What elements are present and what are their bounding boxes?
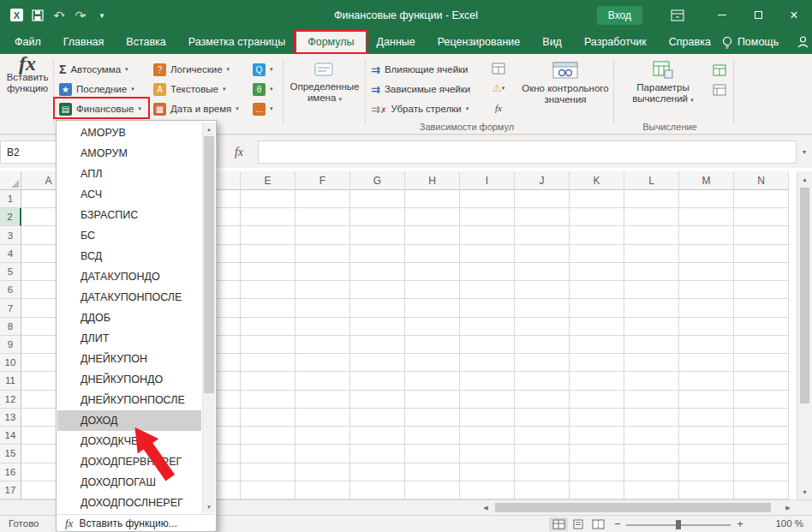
function-menu-item[interactable]: ДОХОДПОГАШ xyxy=(57,472,201,493)
row-header[interactable]: 9 xyxy=(0,336,21,354)
row-header[interactable]: 10 xyxy=(0,354,21,372)
function-menu-item[interactable]: АСЧ xyxy=(57,184,201,205)
row-header[interactable]: 2 xyxy=(0,208,21,226)
horizontal-scroll-thumb[interactable] xyxy=(495,503,771,512)
zoom-in-button[interactable]: + xyxy=(734,517,746,530)
more-functions-button[interactable]: … ▾ xyxy=(250,99,279,118)
row-header[interactable]: 16 xyxy=(0,463,21,481)
row-header[interactable]: 13 xyxy=(0,409,21,427)
formula-input[interactable] xyxy=(258,140,797,164)
function-menu-item[interactable]: ДДОБ xyxy=(57,308,201,328)
share-button[interactable]: Поделиться xyxy=(797,36,812,48)
vertical-scroll-thumb[interactable] xyxy=(800,188,809,403)
function-menu-item[interactable]: ДОХОДКЧЕК xyxy=(57,431,201,451)
remove-arrows-button[interactable]: ⇉✗ Убрать стрелки ▾ xyxy=(368,99,480,118)
lookup-functions-button[interactable]: Q ▾ xyxy=(250,60,279,79)
autosum-button[interactable]: Σ Автосумма ▾ xyxy=(57,60,147,79)
ribbon-tab[interactable]: Справка xyxy=(658,30,722,54)
row-header[interactable]: 3 xyxy=(0,226,21,244)
row-header[interactable]: 1 xyxy=(0,190,21,208)
calculate-now-button[interactable] xyxy=(711,62,728,79)
scroll-up-icon[interactable]: ▲ xyxy=(797,172,812,186)
undo-icon[interactable]: ↶▾ xyxy=(50,5,69,26)
redo-icon[interactable]: ↷▾ xyxy=(71,5,90,26)
row-header[interactable]: 8 xyxy=(0,318,21,336)
select-all-button[interactable] xyxy=(0,171,21,190)
function-menu-item[interactable]: ДНЕЙКУПОНПОСЛЕ xyxy=(57,390,201,410)
watch-window-button[interactable]: Окно контрольного значения xyxy=(521,58,610,127)
normal-view-button[interactable] xyxy=(549,517,568,531)
insert-function-button[interactable]: fx Вставить функцию xyxy=(3,57,51,130)
function-menu-item[interactable]: ДОХОДПЕРВНЕРЕГ xyxy=(57,451,201,472)
function-menu-item[interactable]: ДНЕЙКУПОН xyxy=(57,349,201,369)
function-menu-item[interactable]: ДОХОД xyxy=(57,410,201,431)
function-menu-item[interactable]: АПЛ xyxy=(57,164,201,184)
row-header[interactable]: 14 xyxy=(0,427,21,445)
error-checking-button[interactable]: ⚠▾ xyxy=(490,80,507,97)
column-header[interactable]: E xyxy=(241,171,296,190)
vertical-scrollbar[interactable]: ▲ ▼ xyxy=(797,171,812,499)
trace-precedents-button[interactable]: ⇉ Влияющие ячейки xyxy=(368,60,480,79)
defined-names-button[interactable]: Определенные имена ▾ xyxy=(286,58,363,127)
ribbon-tab[interactable]: Разработчик xyxy=(573,30,658,54)
save-icon[interactable] xyxy=(28,5,47,26)
ribbon-display-options-icon[interactable] xyxy=(668,5,687,26)
show-formulas-button[interactable] xyxy=(490,60,507,77)
qat-customize-icon[interactable]: ▾ xyxy=(93,5,111,26)
calculate-sheet-button[interactable] xyxy=(711,81,728,99)
function-menu-item[interactable]: БС xyxy=(57,225,201,246)
datetime-functions-button[interactable]: ▦ Дата и время ▾ xyxy=(151,99,245,118)
math-functions-button[interactable]: θ ▾ xyxy=(250,80,279,99)
column-header[interactable]: K xyxy=(570,171,624,190)
ribbon-tab[interactable]: Разметка страницы xyxy=(177,30,296,54)
row-header[interactable]: 12 xyxy=(0,391,21,409)
menu-scroll-thumb[interactable] xyxy=(204,136,214,393)
page-break-view-button[interactable] xyxy=(588,517,607,531)
column-header[interactable]: M xyxy=(679,171,734,190)
sign-in-button[interactable]: Вход xyxy=(597,6,642,25)
scroll-down-icon[interactable]: ▼ xyxy=(203,500,215,513)
function-menu-item[interactable]: ДОХОДПОСЛНЕРЕГ xyxy=(57,493,201,513)
page-layout-view-button[interactable] xyxy=(569,517,588,531)
scroll-left-icon[interactable]: ◀ xyxy=(478,501,493,515)
close-button[interactable]: × xyxy=(776,0,812,30)
row-header[interactable]: 5 xyxy=(0,263,21,281)
zoom-level-label[interactable]: 100 % xyxy=(759,518,803,529)
function-menu-item[interactable]: ДАТАКУПОНПОСЛЕ xyxy=(57,287,201,308)
row-header[interactable]: 7 xyxy=(0,299,21,317)
row-header[interactable]: 4 xyxy=(0,245,21,263)
ribbon-tab[interactable]: Рецензирование xyxy=(427,30,532,54)
evaluate-formula-button[interactable]: fx xyxy=(490,99,507,117)
column-header[interactable]: N xyxy=(734,171,789,190)
ribbon-tab[interactable]: Файл xyxy=(3,30,52,54)
financial-functions-button[interactable]: ▤ Финансовые ▾ xyxy=(57,99,147,118)
zoom-out-button[interactable]: − xyxy=(612,517,624,530)
function-menu-item[interactable]: ВСД xyxy=(57,246,201,266)
recent-functions-button[interactable]: ★ Последние ▾ xyxy=(57,80,147,99)
trace-dependents-button[interactable]: ⇉ Зависимые ячейки xyxy=(368,80,480,99)
scroll-down-icon[interactable]: ▼ xyxy=(797,485,812,499)
function-menu-item[interactable]: БЗРАСПИС xyxy=(57,205,201,225)
calculation-options-button[interactable]: Параметры вычислений ▾ xyxy=(620,58,706,127)
column-header[interactable]: H xyxy=(405,171,460,190)
row-header[interactable]: 6 xyxy=(0,281,21,299)
menu-scrollbar[interactable]: ▲ ▼ xyxy=(202,123,215,513)
scroll-right-icon[interactable]: ▶ xyxy=(780,501,796,515)
scroll-up-icon[interactable]: ▲ xyxy=(203,123,215,135)
insert-function-fx-button[interactable]: fx xyxy=(221,140,257,164)
logical-functions-button[interactable]: ? Логические ▾ xyxy=(151,60,245,79)
column-header[interactable]: J xyxy=(515,171,570,190)
row-header[interactable]: 15 xyxy=(0,445,21,463)
menu-insert-function-item[interactable]: fx Вставить функцию... xyxy=(57,515,215,531)
column-header[interactable]: I xyxy=(460,171,515,190)
column-header[interactable]: G xyxy=(350,171,405,190)
row-header[interactable]: 17 xyxy=(0,481,21,499)
minimize-button[interactable] xyxy=(704,0,740,30)
function-menu-item[interactable]: АМОРУМ xyxy=(57,143,201,164)
formula-bar-expand-icon[interactable]: ▾ xyxy=(798,140,810,164)
ribbon-tab[interactable]: Формулы xyxy=(296,30,365,54)
row-header[interactable]: 11 xyxy=(0,372,21,390)
ribbon-tab[interactable]: Вид xyxy=(531,30,573,54)
function-menu-item[interactable]: АМОРУВ xyxy=(57,123,201,143)
function-menu-item[interactable]: ДАТАКУПОНДО xyxy=(57,266,201,287)
